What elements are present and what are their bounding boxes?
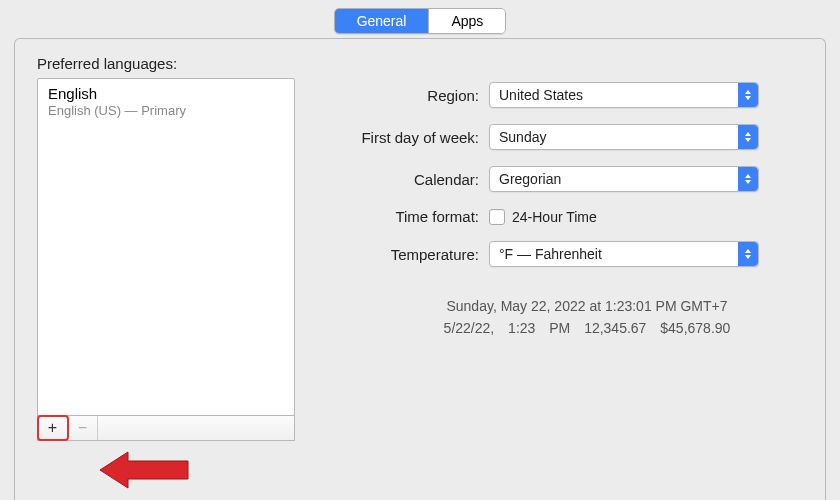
time-format-label: Time format: — [331, 208, 489, 225]
preferences-window: General Apps Preferred languages: Englis… — [0, 0, 840, 500]
tab-segment: General Apps — [334, 8, 507, 34]
region-select[interactable]: United States — [489, 82, 759, 108]
temperature-label: Temperature: — [331, 246, 489, 263]
content-frame: Preferred languages: English English (US… — [14, 38, 826, 500]
chevron-updown-icon — [738, 83, 758, 107]
language-subtitle: English (US) — Primary — [48, 103, 284, 118]
annotation-arrow-icon — [100, 448, 190, 492]
calendar-value: Gregorian — [499, 171, 561, 187]
first-day-select[interactable]: Sunday — [489, 124, 759, 150]
chevron-updown-icon — [738, 167, 758, 191]
chevron-updown-icon — [738, 242, 758, 266]
remove-language-button[interactable]: − — [68, 416, 98, 440]
first-day-value: Sunday — [499, 129, 546, 145]
temperature-row: Temperature: °F — Fahrenheit — [331, 241, 803, 267]
example-line-1: Sunday, May 22, 2022 at 1:23:01 PM GMT+7 — [371, 295, 803, 317]
language-item[interactable]: English English (US) — Primary — [38, 79, 294, 126]
time-format-checkbox[interactable] — [489, 209, 505, 225]
first-day-row: First day of week: Sunday — [331, 124, 803, 150]
time-format-row: Time format: 24-Hour Time — [331, 208, 803, 225]
calendar-select[interactable]: Gregorian — [489, 166, 759, 192]
region-value: United States — [499, 87, 583, 103]
time-format-checkbox-label: 24-Hour Time — [512, 209, 597, 225]
languages-list[interactable]: English English (US) — Primary — [37, 78, 295, 416]
preferred-languages-label: Preferred languages: — [37, 55, 803, 72]
language-name: English — [48, 85, 284, 102]
format-example: Sunday, May 22, 2022 at 1:23:01 PM GMT+7… — [331, 295, 803, 340]
add-language-button[interactable]: + — [38, 416, 68, 440]
region-label: Region: — [331, 87, 489, 104]
languages-column: English English (US) — Primary + − — [37, 78, 295, 441]
columns: English English (US) — Primary + − Regio… — [37, 78, 803, 441]
example-line-2: 5/22/22, 1:23 PM 12,345.67 $45,678.90 — [371, 317, 803, 339]
region-row: Region: United States — [331, 82, 803, 108]
time-format-control: 24-Hour Time — [489, 209, 597, 225]
calendar-label: Calendar: — [331, 171, 489, 188]
chevron-updown-icon — [738, 125, 758, 149]
tab-general[interactable]: General — [335, 9, 430, 33]
tab-bar: General Apps — [0, 0, 840, 34]
calendar-row: Calendar: Gregorian — [331, 166, 803, 192]
settings-column: Region: United States First day of week:… — [331, 78, 803, 340]
first-day-label: First day of week: — [331, 129, 489, 146]
temperature-value: °F — Fahrenheit — [499, 246, 602, 262]
tab-apps[interactable]: Apps — [429, 9, 505, 33]
temperature-select[interactable]: °F — Fahrenheit — [489, 241, 759, 267]
add-remove-bar: + − — [37, 415, 295, 441]
